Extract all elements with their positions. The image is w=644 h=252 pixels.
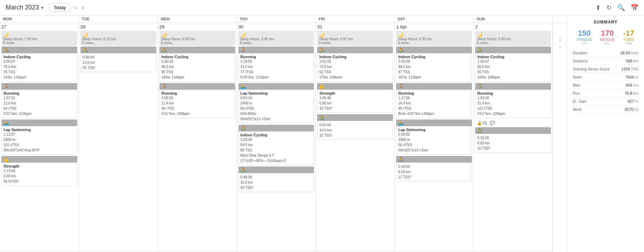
search-icon[interactable]: 🔍	[617, 4, 625, 12]
act-name: Strength	[319, 91, 391, 95]
sleep-block-31: 🌙 Sleep Hours: 5.97 hrs 6 more...	[317, 31, 393, 46]
sleep-block-27: 🌙 Sleep Hours: 7.90 hrs 6 more...	[1, 31, 77, 46]
sleep-text-1apr: Sleep Hours: 8.32 hrs	[398, 37, 470, 41]
more-link-30[interactable]: 6 more...	[240, 41, 313, 45]
day-cell-1apr: 1 Apr 🌙 Sleep Hours: 8.32 hrs 6 more... …	[395, 23, 474, 252]
activity-cycling-29-1[interactable]: 🚴 Indoor Cycling 2:30:1096.0 km95 TSS194…	[159, 47, 235, 82]
activity-cycling-31-1[interactable]: 🚴 Indoor Cycling 2:01:0074.0 km62 TSS175…	[317, 47, 393, 82]
stat-label-tss: Training Stress Score	[573, 67, 610, 71]
activity-cycling-30-1[interactable]: 🚴 Indoor Cycling 1:20:0454.0 km80 TSSMiz…	[238, 125, 314, 165]
summary-panel: SUMMARY 150 Fitness CTL 170 Fatigue ATL …	[567, 15, 644, 252]
day-header-sun: SUN	[474, 15, 553, 22]
activity-cycling-31-2[interactable]: 🚴 0:42:0014.0 km32 TSS*	[317, 114, 393, 140]
bike-icon: 🚴	[4, 47, 9, 53]
act-name: Lap Swimming	[241, 91, 312, 95]
act-name: Indoor Cycling	[162, 55, 233, 59]
fitness-label: Fitness	[577, 38, 592, 42]
stat-label-distance: Distance	[573, 59, 588, 63]
day-cell-28: 28 🌙 Sleep Hours: 6.12 hrs 6 more... 🚴 0…	[79, 23, 158, 252]
act-stats: 0:18:006.00 km15 TSS*	[477, 135, 549, 151]
next-arrow[interactable]: ›	[81, 3, 85, 12]
fitness-sub: CTL	[577, 42, 592, 45]
activity-strength-27-1[interactable]: 💪 Strength 1:13:540.00 km50 hrTSS	[1, 156, 77, 186]
fatigue-item: 170 Fatigue ATL	[600, 29, 615, 45]
fatigue-sub: ATL	[600, 42, 615, 45]
sleep-block-28: 🌙 Sleep Hours: 6.12 hrs 6 more...	[80, 31, 156, 46]
fatigue-value: 170	[600, 29, 615, 38]
stat-label-elgain: El. Gain	[573, 99, 586, 103]
day-number-2: 2	[475, 24, 551, 29]
activity-running-27-1[interactable]: 🏃 Running 1:07:3112.6 km64 rTSS5'21"/km,…	[1, 83, 77, 118]
run-icon: 🏃	[241, 47, 246, 53]
activity-cycling-30-2[interactable]: 🚴 0:48:0016.0 km43 TSS*	[238, 166, 314, 192]
more-link-2[interactable]: 6 more...	[477, 41, 549, 45]
act-stats: 1:19:5515.0 km77 rTSS5'19"/km, 121bpm	[241, 59, 312, 80]
calendar-icon[interactable]: 📅	[631, 4, 638, 12]
strength-icon: 💪	[319, 84, 325, 89]
act-name: Running	[4, 91, 75, 95]
summary-title: SUMMARY	[573, 20, 638, 25]
stat-elgain: El. Gain 927 m	[573, 99, 638, 105]
activity-running-29-1[interactable]: 🏃 Running 1:00:5511.4 km58 rTSS5'21"/km,…	[159, 83, 235, 118]
more-link-31[interactable]: 6 more...	[319, 41, 391, 45]
stat-value-bike: 504 km	[626, 83, 638, 87]
act-name: Running	[477, 91, 549, 95]
act-stats: 1:17:0516.4 km95 rTSSBrick 4'42"/km 140b…	[398, 95, 470, 116]
bike-icon: 🚴	[319, 47, 325, 53]
message-icon: 💬	[490, 121, 495, 125]
activity-cycling-1apr-1[interactable]: 🚴 Indoor Cycling 2:30:0894.0 km87 TSS187…	[396, 47, 472, 82]
more-link-27[interactable]: 6 more...	[3, 41, 75, 45]
today-button[interactable]: Today	[49, 3, 71, 12]
act-stats: 2:30:1096.0 km95 TSS194w, 110bpm	[162, 59, 233, 80]
sleep-icon-28: 🌙	[82, 32, 88, 37]
sleep-block-29: 🌙 Sleep Hours: 6.65 hrs 6 more...	[159, 31, 235, 46]
sleep-text-31: Sleep Hours: 5.97 hrs	[319, 37, 391, 41]
stat-value-distance: 588 km	[626, 59, 638, 63]
fatigue-label: Fatigue	[600, 38, 615, 42]
run-icon: 🏃	[162, 84, 167, 89]
more-link-29[interactable]: 6 more...	[161, 41, 234, 45]
act-name: Lap Swimming	[4, 128, 75, 132]
activity-cycling-2-1[interactable]: 🚴 Indoor Cycling 1:30:0756.0 km55 TSS192…	[475, 47, 551, 82]
stat-value-duration: 26:03 hms	[620, 51, 638, 55]
activity-cycling-28-1[interactable]: 🚴 0:36:0012.0 km35 TSS*	[80, 47, 156, 72]
bike-icon: 🚴	[83, 47, 88, 53]
sleep-block-2: 🌙 Sleep Hours: 3.00 hrs 6 more...	[475, 31, 551, 46]
sleep-icon-1apr: 🌙	[398, 32, 403, 37]
day-number-27: 27	[1, 24, 77, 29]
more-link-28[interactable]: 6 more...	[82, 41, 155, 45]
month-title[interactable]: March 2023 ▾	[6, 4, 44, 11]
expand-arrow[interactable]: ›	[559, 44, 561, 50]
bike-icon: 🚴	[241, 125, 246, 131]
act-stats: 1:12:073300 m101 sTSS50m(55")x40 Avg.39'…	[4, 132, 75, 153]
sleep-text-2: Sleep Hours: 3.00 hrs	[477, 37, 549, 41]
act-name: Indoor Cycling	[241, 133, 312, 137]
activity-cycling-2-2[interactable]: 🚴 0:18:006.00 km15 TSS*	[475, 127, 551, 153]
activity-swimming-30-1[interactable]: 🏊 Lap Swimming 0:54:142400 m68 sTSSDrill…	[238, 83, 314, 123]
act-stats: 1:43:3821.4 km122 rTSS4'51"/km, 129bpm	[477, 95, 549, 116]
act-stats: 0:39:021800 m56 sTSS50m(55")x12 ×2set	[398, 132, 470, 153]
form-item: -17 Form TSB	[623, 29, 634, 45]
activity-running-2-1[interactable]: 🏃 Running 1:43:3821.4 km122 rTSS4'51"/km…	[475, 83, 551, 118]
activity-running-30-1[interactable]: 🏃 Running 1:19:5515.0 km77 rTSS5'19"/km,…	[238, 47, 314, 82]
activity-strength-31-1[interactable]: 💪 Strength 1:00:480.00 km42 TSS*	[317, 83, 393, 113]
bike-icon: 🚴	[398, 157, 404, 162]
prev-arrow[interactable]: ‹	[73, 3, 78, 12]
stat-bike: Bike 504 km	[573, 83, 638, 89]
upload-icon[interactable]: ⬆	[596, 4, 601, 12]
activity-cycling-1apr-2[interactable]: 🚴 0:18:006.00 km17 TSS*	[396, 156, 472, 182]
sleep-icon-31: 🌙	[319, 32, 324, 37]
refresh-icon[interactable]: ↻	[606, 4, 612, 12]
activity-cycling-27-1[interactable]: 🚴 Indoor Cycling 2:00:0776.0 km75 TSS193…	[1, 47, 77, 82]
act-name: Indoor Cycling	[398, 55, 470, 59]
activity-running-1apr-1[interactable]: 🏃 Running 1:17:0516.4 km95 rTSSBrick 4'4…	[396, 83, 472, 118]
act-stats: 2:30:0894.0 km87 TSS187w, 113bpm	[398, 59, 470, 80]
act-name: Strength	[4, 164, 75, 168]
activity-swimming-27-1[interactable]: 🏊 Lap Swimming 1:12:073300 m101 sTSS50m(…	[1, 120, 77, 155]
sleep-block-1apr: 🌙 Sleep Hours: 8.32 hrs 6 more...	[396, 31, 472, 46]
activity-swimming-1apr-1[interactable]: 🏊 Lap Swimming 0:39:021800 m56 sTSS50m(5…	[396, 120, 472, 155]
three-dot-menu[interactable]: ⋮	[557, 36, 563, 43]
sleep-block-30: 🌙 Sleep Hours: 3.05 hrs 6 more...	[238, 31, 314, 46]
more-link-1apr[interactable]: 6 more...	[398, 41, 470, 45]
sleep-icon-30: 🌙	[240, 32, 246, 37]
